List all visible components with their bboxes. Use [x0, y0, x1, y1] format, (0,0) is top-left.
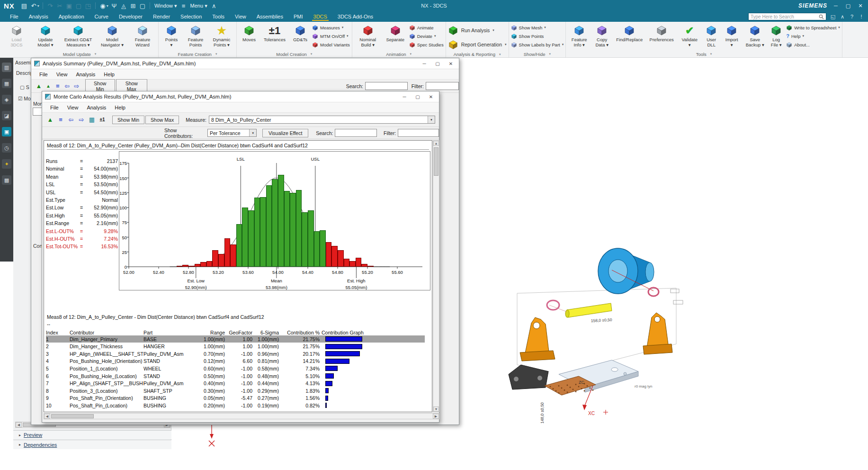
results-horizontal-scrollbar[interactable]: ◀ ▶: [44, 413, 439, 419]
run-analysis-button[interactable]: Run Analysis▾: [448, 24, 507, 37]
mc-menu-help[interactable]: Help: [110, 103, 130, 112]
minimize-button[interactable]: ─: [399, 94, 410, 99]
fly-through-icon[interactable]: ◬: [119, 2, 128, 9]
chevron-down-icon[interactable]: ▾: [544, 26, 546, 29]
tools-panel-icon[interactable]: ✦: [2, 159, 11, 169]
constraint-navigator-icon[interactable]: ◈: [2, 95, 11, 104]
deviate-button[interactable]: Deviate▾: [409, 32, 444, 40]
copy-icon[interactable]: ▣: [64, 2, 74, 9]
table-row[interactable]: 8Position_3_(Location)SHAFT_STP0.30(mm)-…: [46, 387, 425, 394]
undo-icon[interactable]: ↶: [29, 2, 38, 9]
summary-menu-analysis[interactable]: Analysis: [72, 70, 99, 79]
part-navigator-icon[interactable]: ◪: [2, 111, 11, 120]
minimize-button[interactable]: ─: [419, 61, 430, 66]
scroll-up-arrow[interactable]: ▲: [433, 141, 439, 146]
table-view-icon[interactable]: ▦: [87, 115, 97, 125]
menubar-item-pmi[interactable]: PMI: [288, 12, 308, 21]
show-min-button[interactable]: Show Min: [112, 116, 144, 124]
mc-filter-input[interactable]: [398, 129, 439, 137]
copy-data-button[interactable]: CopyData ▾: [592, 23, 612, 47]
summary-titlebar[interactable]: Analysis Summary (Pulley_DVM_Asm.hst, Pu…: [31, 58, 459, 69]
visualize-effect-button[interactable]: Visualize Effect: [262, 129, 308, 137]
chevron-down-icon[interactable]: ▾: [492, 28, 494, 32]
maximize-button[interactable]: ▢: [432, 61, 443, 66]
chevron-down-icon[interactable]: ▼: [249, 129, 256, 136]
dark-bracket[interactable]: [509, 365, 548, 389]
menu-menu[interactable]: Menu ▾: [190, 3, 207, 9]
3dcs-panel-icon[interactable]: ▣: [2, 127, 11, 136]
restore-button[interactable]: ▢: [844, 3, 852, 9]
previous-measure-icon[interactable]: ⇦: [63, 81, 72, 91]
menubar-item-3dcs-add-ons[interactable]: 3DCS Add-Ons: [332, 12, 378, 21]
table-row[interactable]: 1Dim_Hanger_PrimaryBASE1.00(mm)1.001.00(…: [46, 335, 425, 343]
spec-studies-button[interactable]: Spec Studies: [409, 41, 444, 48]
chevron-down-icon[interactable]: ▾: [505, 43, 507, 46]
minimize-button[interactable]: ─: [832, 3, 840, 9]
user-dll-button[interactable]: UserDLL: [703, 23, 720, 47]
menubar-item-3dcs[interactable]: 3DCS: [308, 12, 332, 21]
mc-search-input[interactable]: [335, 129, 377, 137]
mtm-on-off-button[interactable]: MTM On/Off▾: [312, 32, 350, 40]
dialog-launcher-icon[interactable]: ▾: [549, 52, 551, 56]
chevron-down-icon[interactable]: ▾: [838, 26, 840, 29]
feature-info-button[interactable]: FeatureInfo ▾: [568, 23, 591, 47]
points-button[interactable]: Points ▾: [161, 23, 182, 47]
dialog-launcher-icon[interactable]: ▾: [499, 53, 501, 56]
report-generation-button[interactable]: Report Generation▾: [448, 38, 507, 51]
menubar-item-developer[interactable]: Developer: [114, 12, 148, 21]
preview-section[interactable]: ▸ Preview: [13, 430, 171, 439]
feature-wizard-button[interactable]: FeatureWizard: [129, 23, 156, 47]
summary-filter-input[interactable]: [426, 82, 459, 90]
menubar-item-view[interactable]: View: [230, 12, 251, 21]
tolerances-button[interactable]: ±1Tolerances: [261, 23, 288, 42]
table-row[interactable]: 2Dim_Hanger_ThicknessHANGER1.00(mm)1.001…: [46, 343, 425, 350]
validate-button[interactable]: ✔Validate ▾: [678, 23, 701, 47]
import-button[interactable]: Import ▾: [721, 23, 742, 47]
right-hanger-stand[interactable]: [643, 313, 672, 354]
chevron-down-icon[interactable]: ▾: [37, 4, 39, 8]
dialog-launcher-icon[interactable]: ▾: [215, 52, 217, 56]
menubar-item-analysis[interactable]: Analysis: [24, 12, 54, 21]
table-row[interactable]: 4Pos_Bushing_Hole_(Orientation)STAND0.12…: [46, 358, 425, 365]
model-variants-button[interactable]: Model Variants: [312, 41, 350, 48]
previous-measure-icon[interactable]: ⇦: [66, 115, 76, 125]
histogram-icon[interactable]: ▲: [45, 115, 55, 125]
table-row[interactable]: 9Pos_Shaft_Pin_(Orientation)BUSHING0.05(…: [46, 395, 425, 402]
model-navigator-button[interactable]: ModelNavigator ▾: [97, 23, 127, 47]
update-model-button[interactable]: UpdateModel ▾: [32, 23, 59, 47]
left-hanger-stand[interactable]: [520, 317, 555, 361]
table-row[interactable]: 10Pos_Shaft_Pin_(Location)BUSHING0.20(mm…: [46, 402, 425, 409]
chevron-down-icon[interactable]: ▼: [428, 116, 435, 123]
separate-button[interactable]: Separate: [383, 23, 408, 42]
bar-list-icon[interactable]: ≡: [53, 81, 63, 91]
about-button[interactable]: About...: [786, 41, 840, 48]
measures-button[interactable]: Measures▾: [312, 24, 350, 31]
show-max-button[interactable]: Show Max: [145, 116, 179, 124]
show-labels-by-part-button[interactable]: Show Labels by Part▾: [511, 41, 564, 48]
gdts-button[interactable]: GD&Ts: [290, 23, 311, 42]
capture-icon[interactable]: ◳: [83, 2, 93, 9]
extract-gdt-measures-button[interactable]: Extract GD&TMeasures ▾: [61, 23, 96, 47]
histogram-icon[interactable]: ▲: [34, 81, 44, 91]
summary-menu-file[interactable]: File: [35, 70, 52, 79]
dependencies-section[interactable]: ▸ Dependencies: [13, 440, 171, 449]
dialog-launcher-icon[interactable]: ▾: [95, 52, 97, 56]
microphone-icon[interactable]: Ψ: [109, 2, 119, 9]
summary-fragment-box[interactable]: [33, 108, 42, 116]
chevron-down-icon[interactable]: ▾: [434, 34, 436, 38]
mc-menu-file[interactable]: File: [46, 103, 63, 112]
window-frame-icon[interactable]: ▢: [138, 2, 147, 9]
close-button[interactable]: ✕: [857, 3, 864, 9]
menubar-item-tools[interactable]: Tools: [207, 12, 230, 21]
show-mesh-button[interactable]: Show Mesh▾: [511, 24, 564, 31]
close-button[interactable]: ✕: [446, 61, 456, 66]
menubar-item-application[interactable]: Application: [54, 12, 89, 21]
summary-menu-view[interactable]: View: [52, 70, 72, 79]
preferences-button[interactable]: Preferences: [647, 23, 676, 42]
close-button[interactable]: ✕: [426, 94, 436, 99]
alert-icon[interactable]: !: [858, 14, 865, 20]
menu-icon[interactable]: ≡: [179, 2, 188, 9]
save-icon[interactable]: ▤: [19, 2, 29, 9]
dynamic-points-button[interactable]: ★DynamicPoints ▾: [209, 23, 234, 47]
3d-viewport[interactable]: ZC XC 158,0 ±0,50 148,0 ±0,50 r0 mag lyn: [492, 228, 701, 437]
